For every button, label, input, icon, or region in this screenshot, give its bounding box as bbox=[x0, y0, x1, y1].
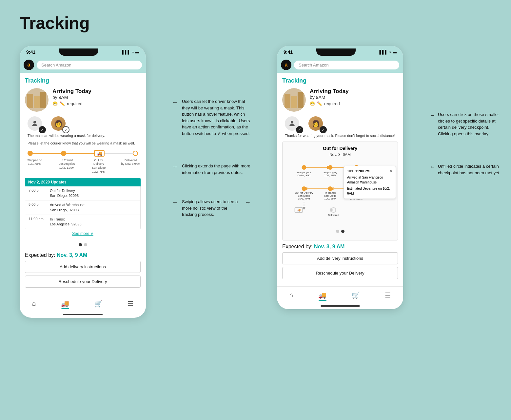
cart-icon-1: 🛒 bbox=[94, 300, 103, 308]
nav-menu-2[interactable]: ☰ bbox=[382, 290, 393, 302]
arriving-info-1: Arriving Today by 9AM 😷 ✏️ required bbox=[52, 88, 141, 106]
tooltip-date-2: 10/1, 11:00 PM bbox=[347, 169, 369, 174]
middle-annotations: ← Users can let the driver know that the… bbox=[172, 46, 251, 228]
update-time-1: 7:00 pm bbox=[29, 188, 47, 199]
pencil-icon-2: ✏️ bbox=[317, 101, 322, 106]
progress-label-4: Deliveredby Nov. 3 9AM bbox=[121, 159, 141, 174]
product-image-2 bbox=[282, 88, 306, 112]
check-filled-2: ✓ bbox=[296, 126, 303, 133]
nav-cart-2[interactable]: 🛒 bbox=[349, 290, 363, 302]
status-time-2: 9:41 bbox=[284, 49, 293, 55]
bottom-nav-1: ⌂ 🚚 🛒 ☰ bbox=[20, 295, 146, 313]
update-text-3: In TransitLos Angeles, 92093 bbox=[50, 217, 82, 227]
dot-inactive-1[interactable] bbox=[84, 243, 87, 246]
mask-text-1: The mailman will be wearing a mask for d… bbox=[25, 133, 141, 138]
progress-dot-4[interactable] bbox=[133, 151, 138, 156]
arriving-time-1: by 9AM bbox=[52, 95, 141, 100]
signature-row-2: 😷 ✏️ required bbox=[310, 101, 398, 106]
progress-line-1: 🚚 bbox=[25, 150, 141, 157]
annotation-mask: ← Users can let the driver know that the… bbox=[172, 98, 251, 137]
dots-indicator-1 bbox=[25, 241, 141, 250]
arriving-time-2: by 9AM bbox=[310, 95, 398, 100]
nav-home-2[interactable]: ⌂ bbox=[287, 290, 296, 302]
arrow-left-3: ← bbox=[172, 199, 178, 206]
person-check-2b[interactable]: 👩 ✓ bbox=[308, 116, 327, 131]
search-bar-2[interactable]: Search Amazon bbox=[294, 61, 399, 69]
nav-menu-1[interactable]: ☰ bbox=[125, 298, 136, 311]
dot-active-2[interactable] bbox=[341, 230, 344, 233]
tracking-title-1: Tracking bbox=[25, 77, 141, 84]
dot-active-1[interactable] bbox=[79, 243, 82, 246]
notch-1 bbox=[59, 48, 98, 56]
node-ofd[interactable] bbox=[302, 186, 306, 191]
cart-icon-2: 🛒 bbox=[352, 291, 360, 299]
annotation-unfilled-text: Unfilled circle indicates a certain chec… bbox=[438, 163, 505, 176]
svg-text:10/2, 6PM: 10/2, 6PM bbox=[324, 197, 336, 200]
product-books-1 bbox=[27, 92, 46, 108]
svg-text:In Transit: In Transit bbox=[325, 191, 336, 194]
reschedule-btn-1[interactable]: Reschedule your Delivery bbox=[25, 276, 141, 288]
mask-note-1: Please let the courier know that you wil… bbox=[25, 141, 141, 146]
tooltip-close-2[interactable]: ✕ bbox=[390, 169, 392, 174]
expected-date-2: Nov. 3, 9 AM bbox=[314, 244, 344, 249]
page-title: Tracking bbox=[20, 13, 491, 33]
nav-delivery-1[interactable]: 🚚 bbox=[58, 298, 72, 311]
see-more-btn-1[interactable]: See more ∨ bbox=[25, 229, 141, 238]
notch-2 bbox=[316, 48, 356, 56]
progress-label-1: Shipped on10/1, 9PM bbox=[25, 159, 45, 174]
right-annotations: ← Users can click on these smaller circl… bbox=[429, 46, 505, 176]
mask-icon-1: 😷 bbox=[52, 101, 58, 106]
progress-labels-1: Shipped on10/1, 9PM In TransitLos Angele… bbox=[25, 157, 141, 174]
progress-dot-1[interactable] bbox=[28, 151, 33, 156]
expected-date-1: Nov. 3, 9 AM bbox=[57, 252, 87, 258]
arrow-left-1: ← bbox=[172, 99, 178, 106]
check-filled-2b: ✓ bbox=[320, 126, 327, 133]
svg-text:San Diego: San Diego bbox=[324, 194, 337, 197]
update-text-2: Arrived at WarehouseSan Diego, 92093 bbox=[50, 202, 85, 213]
search-bar-1[interactable]: Search Amazon bbox=[37, 61, 142, 69]
dot-inactive-2[interactable] bbox=[336, 230, 339, 233]
person-check-2a[interactable]: ✓ bbox=[285, 116, 303, 131]
phone-1: 9:41 ▌▌▌ ⌁ ▬ a Search Amazon Tracking bbox=[20, 46, 146, 318]
node-shipping[interactable] bbox=[328, 165, 333, 170]
update-item-1: 7:00 pm Out for DeliverySan Diego, 92093 bbox=[25, 186, 140, 201]
delivery-icon-1: 🚚 bbox=[61, 300, 69, 308]
progress-dot-2[interactable] bbox=[61, 151, 66, 156]
status-time-1: 9:41 bbox=[26, 49, 35, 55]
phone-body-1: Tracking Arriving Today by 9AM bbox=[20, 73, 146, 295]
update-time-2: 5:00 pm bbox=[29, 202, 47, 213]
phone-body-2: Tracking Arriving Today by 9AM bbox=[277, 73, 403, 286]
arrow-left-2: ← bbox=[172, 163, 178, 170]
node-order[interactable] bbox=[302, 165, 306, 170]
add-instructions-btn-1[interactable]: Add delivery instructions bbox=[25, 261, 141, 273]
progress-truck[interactable]: 🚚 bbox=[94, 150, 105, 157]
person-photo-check-1[interactable]: 👩 ✓ bbox=[51, 116, 69, 131]
update-time-3: 11:00 am bbox=[29, 217, 47, 227]
arriving-today-1: Arriving Today bbox=[52, 88, 141, 95]
svg-text:Delivered: Delivered bbox=[328, 214, 339, 217]
ofd-map-2: Out for Delivery Nov. 3, 6AM bbox=[282, 142, 398, 240]
tooltip-line1-2: Arrived at San Francisco Amazon Warehous… bbox=[347, 175, 392, 185]
annotation-mask-text: Users can let the driver know that they … bbox=[182, 98, 251, 137]
add-instructions-btn-2[interactable]: Add delivery instructions bbox=[282, 252, 398, 264]
svg-text:10/1, 9PM: 10/1, 9PM bbox=[324, 174, 336, 177]
updates-section-1: Nov 2, 2020 Updates 7:00 pm Out for Deli… bbox=[25, 178, 141, 238]
progress-label-3: Out for DeliverySan Diego10/2, 7PM bbox=[89, 159, 108, 174]
amazon-logo-2: a bbox=[281, 60, 291, 70]
reschedule-btn-2[interactable]: Reschedule your Delivery bbox=[282, 267, 398, 279]
node-intransit-sd[interactable] bbox=[328, 186, 333, 191]
check-outline-1: ✓ bbox=[62, 126, 69, 133]
bottom-nav-2: ⌂ 🚚 🛒 ☰ bbox=[277, 286, 403, 304]
annotation-circles: ← Users can click on these smaller circl… bbox=[429, 111, 505, 137]
arriving-info-2: Arriving Today by 9AM 😷 ✏️ required bbox=[310, 88, 398, 106]
status-bar-1: 9:41 ▌▌▌ ⌁ ▬ bbox=[20, 46, 146, 57]
nav-delivery-2[interactable]: 🚚 bbox=[316, 290, 329, 302]
person-check-1[interactable]: ✓ bbox=[28, 116, 46, 131]
signature-row-1: 😷 ✏️ required bbox=[52, 101, 141, 106]
nav-home-1[interactable]: ⌂ bbox=[29, 298, 39, 311]
annotation-swipe-text: Swiping allows users to see a more holis… bbox=[182, 199, 241, 218]
mask-row-1: ✓ 👩 ✓ bbox=[25, 116, 141, 131]
nav-cart-1[interactable]: 🛒 bbox=[92, 298, 105, 311]
svg-text:We got your: We got your bbox=[297, 171, 311, 174]
update-item-3: 11:00 am In TransitLos Angeles, 92093 bbox=[25, 215, 140, 229]
